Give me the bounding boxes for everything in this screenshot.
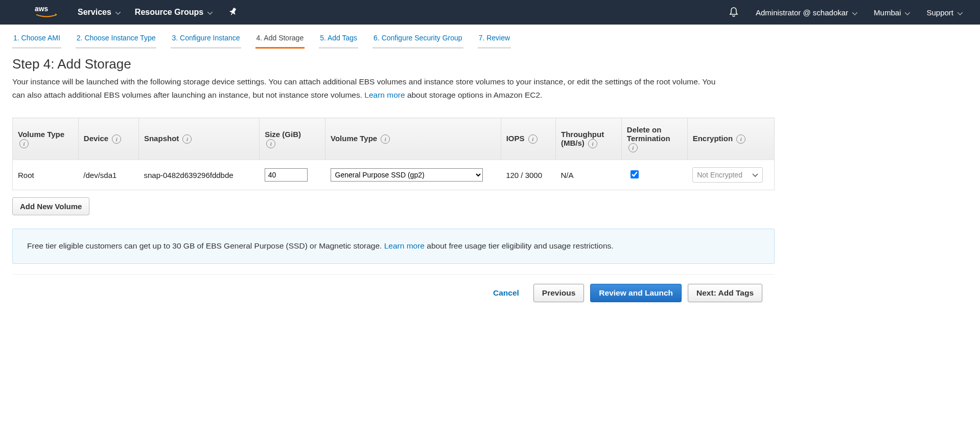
caret-down-icon: [115, 8, 121, 17]
cell-device: /dev/sda1: [78, 160, 138, 190]
lead-part2: about storage options in Amazon EC2.: [407, 91, 543, 99]
cell-throughput: N/A: [556, 160, 622, 190]
info-icon[interactable]: i: [528, 134, 538, 144]
cell-snapshot: snap-0482d639296fddbde: [138, 160, 259, 190]
th-text: Throughput (MB/s): [561, 130, 604, 147]
notice-text2: about free usage tier eligibility and us…: [427, 241, 613, 250]
col-encryption: Encryption i: [687, 118, 774, 160]
col-iops: IOPS i: [501, 118, 555, 160]
topbar: aws Services Resource Groups Administrat…: [0, 0, 980, 25]
learn-more-link[interactable]: Learn more: [364, 91, 405, 99]
notice-text1: Free tier eligible customers can get up …: [27, 241, 384, 250]
th-text: Volume Type: [331, 134, 377, 143]
size-input[interactable]: [265, 168, 308, 182]
next-button[interactable]: Next: Add Tags: [688, 284, 762, 302]
volume-type-select[interactable]: General Purpose SSD (gp2): [331, 168, 483, 182]
cell-encryption: Not Encrypted: [687, 160, 774, 190]
info-icon[interactable]: i: [588, 139, 597, 148]
col-volume-type-label: Volume Typei: [13, 118, 79, 160]
wizard-tab-3[interactable]: 3. Configure Instance: [171, 31, 241, 49]
cell-delete-on-term: [621, 160, 687, 190]
wizard-tab-6[interactable]: 6. Configure Security Group: [372, 31, 463, 49]
services-menu[interactable]: Services: [71, 8, 128, 17]
account-label: Administrator @ schadokar: [756, 8, 848, 17]
th-text: Size (GiB): [265, 130, 301, 139]
free-tier-notice: Free tier eligible customers can get up …: [12, 229, 775, 263]
info-icon[interactable]: i: [19, 139, 29, 148]
th-text: Volume Type: [18, 130, 64, 139]
info-icon[interactable]: i: [736, 134, 745, 144]
add-new-volume-button[interactable]: Add New Volume: [12, 197, 89, 215]
info-icon[interactable]: i: [266, 139, 275, 148]
wizard-tab-7[interactable]: 7. Review: [478, 31, 511, 49]
th-text: Encryption: [693, 134, 733, 143]
support-menu[interactable]: Support: [918, 8, 971, 17]
aws-logo[interactable]: aws: [35, 5, 58, 19]
wizard-tabs: 1. Choose AMI2. Choose Instance Type3. C…: [0, 25, 980, 49]
lead-text: Your instance will be launched with the …: [12, 75, 728, 101]
cell-size: [260, 160, 325, 190]
info-icon[interactable]: i: [628, 143, 638, 152]
svg-text:aws: aws: [35, 5, 48, 13]
info-icon[interactable]: i: [112, 134, 121, 144]
notifications-icon[interactable]: [729, 7, 738, 18]
cell-volume-type: General Purpose SSD (gp2): [325, 160, 501, 190]
cell-iops: 120 / 3000: [501, 160, 555, 190]
col-snapshot: Snapshot i: [138, 118, 259, 160]
wizard-tab-5[interactable]: 5. Add Tags: [319, 31, 358, 49]
previous-button[interactable]: Previous: [533, 284, 584, 302]
wizard-tab-1[interactable]: 1. Choose AMI: [12, 31, 61, 49]
caret-down-icon: [752, 171, 758, 179]
info-icon[interactable]: i: [381, 134, 390, 144]
resource-groups-label: Resource Groups: [135, 8, 203, 17]
caret-down-icon: [958, 8, 963, 17]
th-text: Snapshot: [144, 134, 179, 143]
col-delete-on-term: Delete on Terminationi: [621, 118, 687, 160]
caret-down-icon: [852, 8, 857, 17]
account-menu[interactable]: Administrator @ schadokar: [748, 8, 866, 17]
region-menu[interactable]: Mumbai: [866, 8, 918, 17]
encryption-select[interactable]: Not Encrypted: [692, 167, 763, 183]
wizard-tab-2[interactable]: 2. Choose Instance Type: [76, 31, 157, 49]
th-text: Device: [84, 134, 108, 143]
review-and-launch-button[interactable]: Review and Launch: [590, 284, 682, 302]
info-icon[interactable]: i: [182, 134, 192, 144]
col-device: Device i: [78, 118, 138, 160]
notice-learn-more-link[interactable]: Learn more: [384, 241, 425, 250]
col-size: Size (GiB)i: [260, 118, 325, 160]
delete-on-term-checkbox[interactable]: [631, 170, 639, 178]
col-volume-type: Volume Type i: [325, 118, 501, 160]
wizard-tab-4[interactable]: 4. Add Storage: [255, 31, 305, 49]
cell-type-label: Root: [13, 160, 79, 190]
page-title: Step 4: Add Storage: [12, 56, 775, 72]
table-row: Root /dev/sda1 snap-0482d639296fddbde Ge…: [13, 160, 775, 190]
footer-bar: Cancel Previous Review and Launch Next: …: [12, 274, 775, 308]
col-throughput: Throughput (MB/s) i: [556, 118, 622, 160]
resource-groups-menu[interactable]: Resource Groups: [128, 8, 220, 17]
caret-down-icon: [207, 8, 213, 17]
caret-down-icon: [905, 8, 910, 17]
region-label: Mumbai: [874, 8, 901, 17]
content-scroll[interactable]: Step 4: Add Storage Your instance will b…: [0, 49, 980, 427]
content: Step 4: Add Storage Your instance will b…: [0, 49, 787, 318]
pin-icon[interactable]: [224, 8, 242, 17]
storage-table: Volume Typei Device i Snapshot i Size (G…: [12, 118, 775, 190]
cancel-button[interactable]: Cancel: [485, 284, 527, 302]
support-label: Support: [926, 8, 953, 17]
th-text: Delete on Termination: [627, 125, 670, 143]
services-label: Services: [78, 8, 111, 17]
th-text: IOPS: [506, 134, 525, 143]
encryption-value: Not Encrypted: [697, 171, 742, 179]
